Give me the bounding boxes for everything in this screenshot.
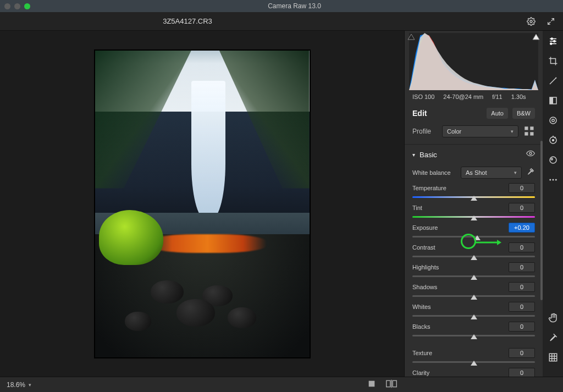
slider-thumb-blacks[interactable] (471, 334, 477, 339)
iso-label: ISO 100 (412, 93, 434, 100)
radial-filter-icon[interactable] (548, 115, 558, 125)
slider-value-shadows[interactable]: 0 (509, 282, 535, 292)
visibility-icon[interactable] (526, 149, 535, 160)
histogram[interactable] (405, 31, 543, 90)
svg-rect-10 (530, 132, 533, 135)
slider-value-highlights[interactable]: 0 (509, 262, 535, 272)
slider-track-tint[interactable] (412, 213, 535, 220)
svg-rect-8 (530, 126, 533, 130)
presets-icon[interactable] (548, 155, 558, 165)
window-title: Camera Raw 13.0 (268, 2, 321, 10)
svg-point-11 (529, 152, 532, 154)
slider-thumb-texture[interactable] (471, 360, 477, 366)
filename-label: 3Z5A4127.CR3 (163, 17, 212, 25)
redeye-icon[interactable] (548, 135, 558, 145)
eyedropper-icon[interactable] (526, 167, 535, 178)
slider-value-tint[interactable]: 0 (509, 203, 535, 213)
slider-label-highlights: Highlights (412, 264, 509, 270)
slider-whites: Whites0 (405, 300, 543, 319)
svg-rect-38 (369, 380, 375, 387)
scrollbar[interactable] (540, 141, 543, 300)
slider-value-clarity[interactable]: 0 (509, 368, 535, 377)
svg-point-0 (530, 20, 532, 23)
maximize-window-button[interactable] (24, 3, 30, 9)
profile-select[interactable]: Color ▾ (442, 125, 518, 137)
slider-track-temperature[interactable] (412, 193, 535, 201)
crop-icon[interactable] (548, 56, 558, 66)
svg-rect-9 (525, 132, 528, 135)
statusbar: 18.6% ▾ (0, 377, 563, 392)
slider-track-whites[interactable] (412, 312, 535, 319)
edit-sliders-icon[interactable] (548, 36, 558, 46)
more-icon[interactable] (548, 175, 558, 185)
canvas-area[interactable] (0, 31, 404, 377)
preview-image (95, 50, 310, 358)
profile-browser-icon[interactable] (524, 126, 535, 137)
auto-button[interactable]: Auto (487, 108, 508, 119)
gear-icon[interactable] (527, 17, 536, 26)
svg-point-17 (551, 38, 553, 40)
heal-brush-icon[interactable] (548, 76, 558, 86)
before-after-icon[interactable] (386, 379, 397, 390)
zoom-select[interactable]: 18.6% ▾ (7, 381, 31, 389)
shutter-label: 1.30s (511, 93, 526, 100)
close-window-button[interactable] (4, 3, 10, 9)
slider-thumb-highlights[interactable] (471, 274, 477, 280)
chevron-down-icon: ▾ (29, 382, 31, 388)
color-sampler-icon[interactable] (548, 333, 558, 343)
slider-highlights: Highlights0 (405, 260, 543, 280)
slider-thumb-shadows[interactable] (471, 294, 477, 300)
masking-icon[interactable] (548, 96, 558, 106)
svg-marker-6 (533, 34, 539, 40)
svg-rect-21 (550, 97, 556, 104)
slider-track-exposure[interactable] (412, 233, 535, 240)
shadow-clipping-icon[interactable] (407, 33, 416, 41)
slider-track-contrast[interactable] (412, 252, 535, 260)
slider-label-temperature: Temperature (412, 185, 509, 191)
tool-rail (543, 31, 563, 377)
profile-value: Color (447, 128, 461, 135)
edit-title: Edit (412, 109, 482, 118)
slider-track-shadows[interactable] (412, 292, 535, 300)
wb-select[interactable]: As Shot ▾ (461, 167, 522, 179)
slider-thumb-contrast[interactable] (471, 255, 477, 260)
slider-value-whites[interactable]: 0 (509, 302, 535, 312)
lens-label: 24-70@24 mm (443, 93, 483, 100)
highlight-clipping-icon[interactable] (532, 33, 540, 41)
slider-track-blacks[interactable] (412, 332, 535, 339)
slider-value-texture[interactable]: 0 (509, 348, 535, 358)
slider-label-clarity: Clarity (412, 369, 509, 376)
slider-clarity: Clarity0 (405, 366, 543, 377)
slider-value-exposure[interactable]: +0.20 (509, 223, 535, 233)
grid-icon[interactable] (548, 352, 558, 362)
minimize-window-button[interactable] (14, 3, 20, 9)
slider-thumb-temperature[interactable] (471, 195, 477, 201)
aperture-label: f/11 (492, 93, 502, 100)
slider-label-texture: Texture (412, 350, 509, 356)
slider-track-highlights[interactable] (412, 272, 535, 280)
slider-value-temperature[interactable]: 0 (509, 183, 535, 193)
slider-thumb-exposure[interactable] (474, 235, 481, 240)
main-area: ISO 100 24-70@24 mm f/11 1.30s Edit Auto… (0, 31, 563, 377)
basic-section-header[interactable]: ▾ Basic (405, 144, 543, 164)
slider-thumb-whites[interactable] (471, 314, 477, 319)
slider-value-contrast[interactable]: 0 (509, 242, 535, 252)
fit-view-icon[interactable] (367, 379, 376, 390)
chevron-down-icon: ▾ (412, 152, 415, 158)
svg-point-22 (550, 117, 556, 124)
slider-temperature: Temperature0 (405, 181, 543, 201)
profile-row: Profile Color ▾ (405, 123, 543, 144)
hand-icon[interactable] (548, 313, 558, 323)
fullscreen-icon[interactable] (547, 17, 555, 26)
profile-label: Profile (412, 128, 437, 135)
slider-exposure: Exposure+0.20 (405, 220, 543, 240)
slider-track-texture[interactable] (412, 358, 535, 366)
slider-label-shadows: Shadows (412, 284, 509, 290)
window-controls (4, 3, 30, 9)
slider-thumb-tint[interactable] (471, 215, 477, 220)
svg-point-31 (552, 179, 554, 181)
bw-button[interactable]: B&W (512, 108, 535, 119)
svg-point-18 (553, 41, 555, 42)
slider-value-blacks[interactable]: 0 (509, 322, 535, 332)
chevron-down-icon: ▾ (514, 170, 517, 175)
